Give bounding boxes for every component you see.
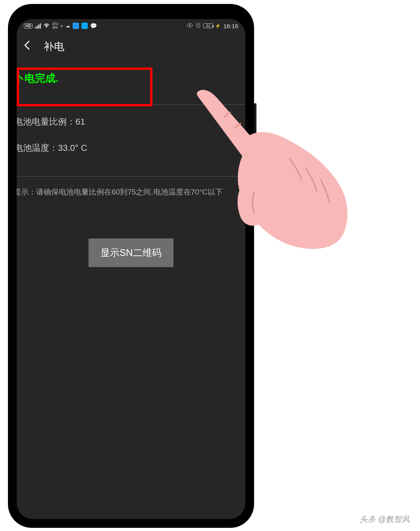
battery-temp-label: 电池温度： — [17, 143, 58, 153]
show-sn-qr-button[interactable]: 显示SN二维码 — [89, 239, 173, 267]
battery-temp-row: 电池温度：33.0° C — [17, 142, 245, 154]
phone-side-button — [254, 103, 256, 139]
app-notification-icon — [81, 23, 88, 29]
battery-icon: 61 — [203, 23, 213, 28]
cloud-icon: ☁ — [66, 23, 70, 29]
wifi-icon — [43, 23, 50, 29]
page-title: 补电 — [44, 40, 64, 54]
phone-frame: HD 372 B/s ☁ 💬 — [8, 4, 254, 528]
hint-text: 提示：请确保电池电量比例在60到75之间,电池温度在70°C以下 — [17, 186, 245, 198]
alarm-icon — [195, 23, 201, 29]
battery-ratio-row: 电池电量比例：61 — [17, 116, 245, 128]
watermark: 头杀 @数智风 — [360, 514, 410, 525]
svg-point-1 — [189, 25, 191, 26]
eye-icon — [187, 23, 193, 29]
clock-time: 16:16 — [223, 23, 238, 29]
status-bar: HD 372 B/s ☁ 💬 — [17, 19, 245, 33]
back-arrow-icon[interactable] — [22, 40, 33, 53]
screen: HD 372 B/s ☁ 💬 — [17, 19, 245, 519]
charge-complete-status: 卜电完成. — [17, 60, 245, 104]
app-header: 补电 — [17, 33, 245, 60]
app-notification-icon — [73, 23, 79, 29]
speech-bubble-icon: 💬 — [90, 23, 97, 29]
battery-ratio-value: 61 — [75, 117, 85, 127]
notification-dot-icon — [61, 25, 63, 27]
charging-icon: ⚡ — [215, 23, 221, 29]
hd-badge-icon: HD — [24, 23, 33, 29]
battery-ratio-label: 电池电量比例： — [17, 117, 75, 127]
signal-icon — [35, 23, 41, 29]
phone-side-button — [254, 155, 256, 210]
network-speed: 372 B/s — [52, 22, 58, 29]
battery-temp-value: 33.0° C — [58, 143, 87, 153]
